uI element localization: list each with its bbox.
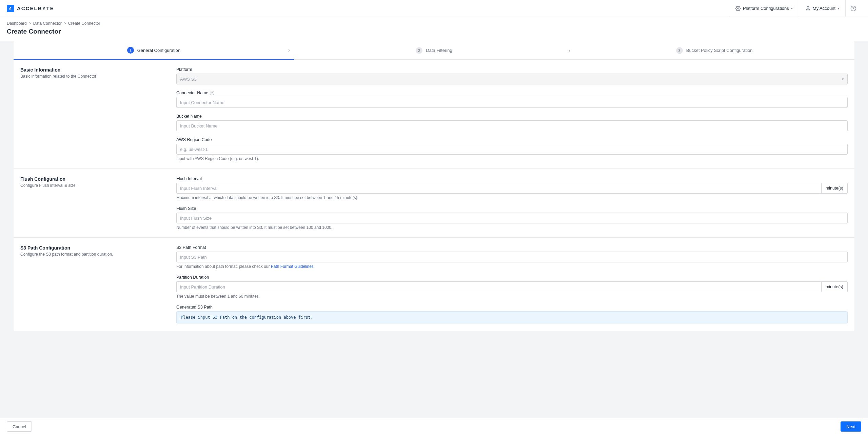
flush-interval-input[interactable]: [176, 183, 821, 194]
my-account-label: My Account: [813, 6, 835, 11]
generated-s3-path-output: Please input S3 Path on the configuratio…: [176, 311, 848, 323]
form-footer: Cancel Next: [0, 418, 868, 435]
section-description: Basic information related to the Connect…: [20, 74, 163, 79]
platform-label: Platform: [176, 67, 848, 72]
step-label: General Configuration: [137, 48, 180, 53]
step-number: 2: [416, 47, 422, 54]
partition-duration-suffix: minute(s): [821, 281, 848, 292]
field-flush-size: Flush Size Number of events that should …: [176, 206, 848, 230]
field-bucket-name: Bucket Name: [176, 114, 848, 131]
flush-interval-hint: Maximum interval at which data should be…: [176, 195, 848, 200]
flush-size-hint: Number of events that should be written …: [176, 225, 848, 230]
breadcrumb-dashboard[interactable]: Dashboard: [7, 21, 27, 26]
aws-region-hint: Input with AWS Region Code (e.g. us-west…: [176, 156, 848, 161]
breadcrumb: Dashboard > Data Connector > Create Conn…: [7, 21, 861, 26]
breadcrumb-data-connector[interactable]: Data Connector: [33, 21, 62, 26]
svg-point-0: [737, 8, 739, 9]
gear-icon: [735, 6, 741, 11]
partition-duration-label: Partition Duration: [176, 275, 848, 280]
connector-name-label-text: Connector Name: [176, 91, 209, 95]
stepper: 1 General Configuration › 2 Data Filteri…: [14, 41, 854, 60]
section-s3-path-configuration: S3 Path Configuration Configure the S3 p…: [14, 238, 854, 331]
section-description: Configure the S3 path format and partiti…: [20, 252, 163, 257]
bucket-name-label: Bucket Name: [176, 114, 848, 119]
field-s3-path-format: S3 Path Format For information about pat…: [176, 245, 848, 269]
brand-name: ACCELBYTE: [17, 5, 54, 11]
help-button[interactable]: [845, 0, 861, 17]
s3-path-format-input[interactable]: [176, 252, 848, 262]
step-bucket-policy[interactable]: 3 Bucket Policy Script Configuration: [574, 41, 854, 59]
brand: A ACCELBYTE: [7, 5, 54, 12]
next-button[interactable]: Next: [841, 421, 861, 432]
field-connector-name: Connector Name ?: [176, 91, 848, 108]
svg-point-1: [807, 6, 809, 8]
topbar-right: Platform Configurations ▾ My Account ▾: [729, 0, 861, 17]
flush-interval-suffix: minute(s): [821, 183, 848, 194]
section-fields: Platform AWS S3 ▾ Connector Name ?: [176, 67, 848, 161]
chevron-down-icon: ▾: [837, 6, 839, 10]
generated-s3-path-label: Generated S3 Path: [176, 305, 848, 310]
aws-region-label: AWS Region Code: [176, 137, 848, 142]
chevron-right-icon: ›: [288, 47, 290, 53]
step-general-configuration[interactable]: 1 General Configuration ›: [14, 41, 294, 60]
breadcrumb-separator: >: [29, 21, 31, 26]
cancel-button[interactable]: Cancel: [7, 421, 32, 432]
chevron-down-icon: ▾: [842, 77, 844, 81]
breadcrumb-current: Create Connector: [68, 21, 100, 26]
aws-region-input[interactable]: [176, 144, 848, 155]
section-title: S3 Path Configuration: [20, 245, 163, 251]
path-format-guidelines-link[interactable]: Path Format Guidelines: [271, 264, 314, 269]
chevron-down-icon: ▾: [791, 6, 793, 10]
section-flush-configuration: Flush Configuration Configure Flush inte…: [14, 169, 854, 238]
chevron-right-icon: ›: [569, 48, 570, 53]
section-heading: Basic Information Basic information rela…: [20, 67, 163, 161]
step-number: 3: [676, 47, 683, 54]
bucket-name-input[interactable]: [176, 120, 848, 131]
platform-configurations-menu[interactable]: Platform Configurations ▾: [729, 0, 799, 17]
connector-name-input[interactable]: [176, 97, 848, 108]
step-label: Bucket Policy Script Configuration: [686, 48, 753, 53]
step-data-filtering[interactable]: 2 Data Filtering ›: [294, 41, 574, 59]
flush-size-input[interactable]: [176, 213, 848, 223]
page-header: Dashboard > Data Connector > Create Conn…: [0, 17, 868, 41]
my-account-menu[interactable]: My Account ▾: [799, 0, 845, 17]
flush-interval-label: Flush Interval: [176, 176, 848, 181]
brand-logo-icon: A: [7, 5, 14, 12]
content-scroll[interactable]: 1 General Configuration › 2 Data Filteri…: [0, 41, 868, 418]
field-generated-s3-path: Generated S3 Path Please input S3 Path o…: [176, 305, 848, 323]
flush-interval-input-group: minute(s): [176, 183, 848, 194]
flush-size-label: Flush Size: [176, 206, 848, 211]
step-label: Data Filtering: [426, 48, 452, 53]
partition-duration-input[interactable]: [176, 281, 821, 292]
field-platform: Platform AWS S3 ▾: [176, 67, 848, 84]
page-title: Create Connector: [7, 28, 861, 35]
platform-select: AWS S3 ▾: [176, 74, 848, 84]
breadcrumb-separator: >: [64, 21, 66, 26]
info-icon[interactable]: ?: [210, 91, 214, 95]
s3-path-format-hint: For information about path format, pleas…: [176, 264, 848, 269]
form-card: 1 General Configuration › 2 Data Filteri…: [14, 41, 854, 331]
step-number: 1: [127, 47, 134, 54]
field-flush-interval: Flush Interval minute(s) Maximum interva…: [176, 176, 848, 200]
section-fields: S3 Path Format For information about pat…: [176, 245, 848, 323]
platform-configurations-label: Platform Configurations: [743, 6, 789, 11]
partition-duration-hint: The value must be between 1 and 60 minut…: [176, 294, 848, 299]
field-partition-duration: Partition Duration minute(s) The value m…: [176, 275, 848, 299]
field-aws-region: AWS Region Code Input with AWS Region Co…: [176, 137, 848, 161]
section-heading: S3 Path Configuration Configure the S3 p…: [20, 245, 163, 323]
user-icon: [805, 6, 811, 11]
s3-path-format-label: S3 Path Format: [176, 245, 848, 250]
section-fields: Flush Interval minute(s) Maximum interva…: [176, 176, 848, 230]
section-description: Configure Flush interval & size.: [20, 183, 163, 188]
s3-path-format-hint-text: For information about path format, pleas…: [176, 264, 271, 269]
app-root: A ACCELBYTE Platform Configurations ▾ My…: [0, 0, 868, 435]
section-heading: Flush Configuration Configure Flush inte…: [20, 176, 163, 230]
section-basic-information: Basic Information Basic information rela…: [14, 60, 854, 169]
partition-duration-input-group: minute(s): [176, 281, 848, 292]
section-title: Flush Configuration: [20, 176, 163, 182]
topbar: A ACCELBYTE Platform Configurations ▾ My…: [0, 0, 868, 17]
section-title: Basic Information: [20, 67, 163, 73]
platform-value: AWS S3: [180, 77, 197, 82]
connector-name-label: Connector Name ?: [176, 91, 848, 95]
help-icon: [850, 5, 856, 12]
